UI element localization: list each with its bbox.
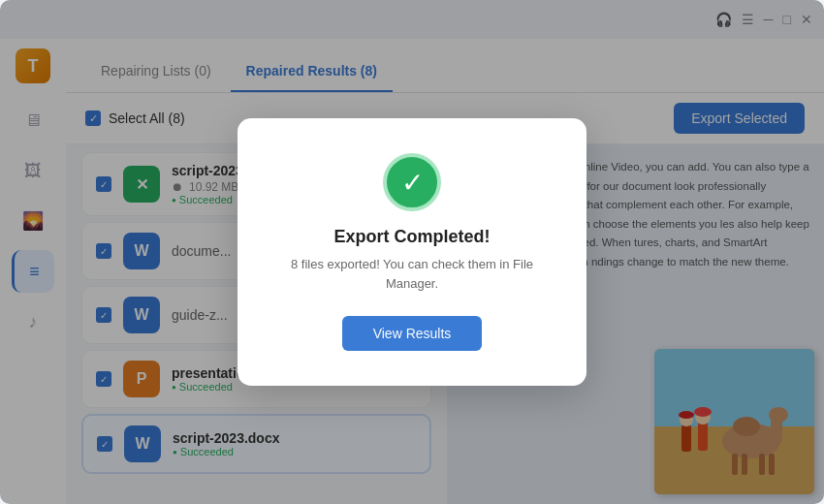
modal-title: Export Completed! bbox=[276, 227, 548, 247]
modal-overlay: ✓ Export Completed! 8 files exported! Yo… bbox=[0, 0, 824, 504]
success-icon: ✓ bbox=[383, 153, 441, 211]
view-results-button[interactable]: View Results bbox=[342, 316, 483, 351]
main-window: 🎧 ☰ ─ □ ✕ T 🖥 🖼 🌄 ≡ ♪ Repairing Lists (0… bbox=[0, 0, 824, 504]
modal-message: 8 files exported! You can check them in … bbox=[276, 255, 548, 293]
export-completed-modal: ✓ Export Completed! 8 files exported! Yo… bbox=[238, 118, 586, 386]
